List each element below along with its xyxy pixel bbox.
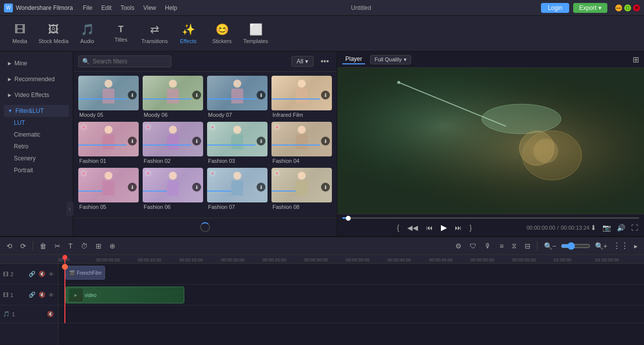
track-mute-button-1[interactable]: 🔇 <box>38 291 47 298</box>
timeline-settings-button[interactable]: ▸ <box>632 241 640 251</box>
track-label-2: 🎞 2 🔗 🔇 👁 <box>0 264 58 285</box>
delete-button[interactable]: 🗑 <box>37 241 49 251</box>
add-button[interactable]: ⊕ <box>107 241 118 251</box>
sidebar-sub-portrait[interactable]: Portrait <box>4 164 69 176</box>
toolbar-effects-label: Effects <box>180 38 196 44</box>
filter-item-fashion06[interactable]: ♥ ⬇ Fashion 06 <box>143 168 203 210</box>
zoom-out-button[interactable]: 🔍− <box>541 241 559 251</box>
track-button[interactable]: ≡ <box>497 241 506 251</box>
sidebar-collapse-button[interactable]: ‹ <box>66 201 73 216</box>
zoom-slider[interactable] <box>561 242 590 250</box>
player-tab[interactable]: Player <box>342 54 365 64</box>
undo-icon: ⟲ <box>6 242 12 250</box>
toolbar-templates[interactable]: ⬜ Templates <box>240 19 271 49</box>
sidebar-item-mine[interactable]: ▶ Mine <box>4 57 69 69</box>
toolbar-transitions[interactable]: ⇄ Transitions <box>139 19 170 49</box>
timeline-ruler: 00:00 00:00:05:00 00:00:10:00 00:00:15:0… <box>58 255 644 264</box>
filter-item-infrared[interactable]: ⬇ Infrared Film <box>271 76 332 118</box>
crop-button[interactable]: ⊞ <box>93 241 104 251</box>
timeline: ⟲ ⟳ 🗑 ✂ T ⏱ ⊞ ⊕ ⚙ 🛡 🎙 ≡ ⧖ ⊟ 🔍− 🔍+ ⋮⋮ ▸ <box>0 236 644 345</box>
undo-button[interactable]: ⟲ <box>4 241 15 251</box>
snapshot-button[interactable]: ⊞ <box>633 55 639 64</box>
frame-forward-button[interactable]: ⏭ <box>454 223 463 233</box>
duration-button[interactable]: ⏱ <box>78 241 90 251</box>
filter-item-fashion03[interactable]: ♥ ⬇ Fashion 03 <box>207 122 268 164</box>
track-mute-audio[interactable]: 🔇 <box>46 310 55 318</box>
sidebar-item-video-effects[interactable]: ▶ Video Effects <box>4 89 69 101</box>
chevron-down-icon: ▾ <box>305 58 308 65</box>
play-button[interactable]: ▶ <box>440 222 448 233</box>
cut-button[interactable]: ✂ <box>52 241 63 251</box>
zoom-in-button[interactable]: 🔍+ <box>592 241 610 251</box>
mark-out-button[interactable]: } <box>469 223 473 233</box>
filter-item-fashion08[interactable]: ♥ ⬇ Fashion 08 <box>271 168 332 210</box>
filter-item-fashion07[interactable]: ♥ ⬇ Fashion 07 <box>207 168 268 210</box>
fullscreen-button[interactable]: ⛶ <box>630 223 639 233</box>
toolbar-audio[interactable]: 🎵 Audio <box>71 19 103 49</box>
snapshot-camera-button[interactable]: 📷 <box>601 223 612 233</box>
time-total: 00:00:13:24 <box>561 225 590 231</box>
ruler-mark: 00:00:40:00 <box>387 255 429 263</box>
clip-thumbnail: ▶ <box>69 289 83 301</box>
search-input[interactable] <box>78 55 171 67</box>
export-button[interactable]: Export ▾ <box>573 3 607 13</box>
track-eye-button-1[interactable]: 👁 <box>48 291 55 298</box>
filter-thumb-infrared: ⬇ <box>271 76 332 110</box>
effect-clip-frenchfilm[interactable]: 🎬 FrenchFilm <box>65 266 105 280</box>
close-button[interactable]: ✕ <box>633 4 640 11</box>
sidebar-sub-lut[interactable]: LUT <box>4 117 69 129</box>
filter-item-moody06[interactable]: ⬇ Moody 06 <box>143 76 203 118</box>
quality-select[interactable]: Full Quality ▾ <box>370 55 411 64</box>
playhead[interactable] <box>64 255 65 263</box>
video-clip[interactable]: ▶ video <box>65 287 184 303</box>
filter-item-fashion02[interactable]: ♥ ⬇ Fashion 02 <box>143 122 203 164</box>
sidebar-item-recommended[interactable]: ▶ Recommended <box>4 73 69 85</box>
mark-in-button[interactable]: { <box>396 223 400 233</box>
volume-button[interactable]: 🔊 <box>616 223 626 233</box>
timeline-more-button[interactable]: ⋮⋮ <box>613 241 629 250</box>
menu-file[interactable]: File <box>79 3 96 12</box>
toolbar-stickers[interactable]: 😊 Stickers <box>206 19 238 49</box>
menu-tools[interactable]: Tools <box>116 3 138 12</box>
toolbar-effects[interactable]: ✨ Effects <box>172 19 204 49</box>
filter-item-fashion05[interactable]: ♥ ⬇ Fashion 05 <box>78 168 139 210</box>
toolbar-stock-media[interactable]: 🖼 Stock Media <box>38 19 69 49</box>
sidebar-sub-scenery[interactable]: Scenery <box>4 152 69 164</box>
track-link-button-1[interactable]: 🔗 <box>28 291 37 298</box>
redo-button[interactable]: ⟳ <box>18 241 29 251</box>
split-button[interactable]: ⧖ <box>509 240 519 251</box>
frame-back-button[interactable]: ⏮ <box>425 223 434 233</box>
insert-button[interactable]: ⊟ <box>522 241 533 251</box>
sidebar-sub-cinematic[interactable]: Cinematic <box>4 129 69 141</box>
menu-view[interactable]: View <box>139 3 160 12</box>
text-button[interactable]: T <box>66 241 75 251</box>
menu-help[interactable]: Help <box>161 3 181 12</box>
track-icon-audio: 🎵 <box>3 311 10 317</box>
step-back-button[interactable]: ◀◀ <box>406 223 419 233</box>
settings-button[interactable]: ⚙ <box>453 241 464 251</box>
toolbar-stickers-label: Stickers <box>212 38 231 44</box>
record-button[interactable]: 🎙 <box>482 241 494 251</box>
more-options-button[interactable]: ••• <box>318 56 332 67</box>
minimize-button[interactable]: — <box>615 4 622 11</box>
toolbar-templates-label: Templates <box>243 38 268 44</box>
toolbar-media[interactable]: 🎞 Media <box>4 19 36 49</box>
filter-item-fashion01[interactable]: ♥ ⬇ Fashion 01 <box>78 122 139 164</box>
maximize-button[interactable]: □ <box>624 4 631 11</box>
track-eye-button[interactable]: 👁 <box>48 270 55 278</box>
track-mute-button[interactable]: 🔇 <box>38 270 47 278</box>
filter-item-fashion04[interactable]: ♥ ⬇ Fashion 04 <box>271 122 332 164</box>
filter-item-moody05[interactable]: ⬇ Moody 05 <box>78 76 139 118</box>
toolbar-titles[interactable]: T Titles <box>105 19 137 49</box>
filter-item-moody07[interactable]: ⬇ Moody 07 <box>207 76 268 118</box>
login-button[interactable]: Login <box>541 3 569 13</box>
progress-track[interactable] <box>342 217 639 219</box>
protect-button[interactable]: 🛡 <box>467 241 479 251</box>
track-link-button[interactable]: 🔗 <box>28 270 37 278</box>
search-wrapper: 🔍 <box>78 55 287 67</box>
sidebar-sub-retro[interactable]: Retro <box>4 141 69 152</box>
sidebar-item-filter-lut[interactable]: ▼ Filter&LUT <box>4 105 69 117</box>
filter-all-button[interactable]: All ▾ <box>291 56 314 67</box>
to-timeline-button[interactable]: ⬇ <box>590 223 597 233</box>
menu-edit[interactable]: Edit <box>98 3 116 12</box>
